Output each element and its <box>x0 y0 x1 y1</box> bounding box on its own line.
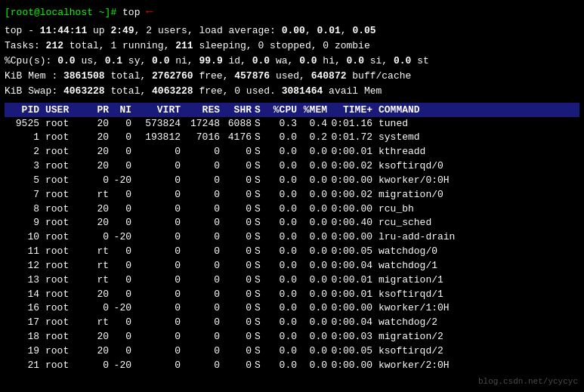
cell-virt: 0 <box>134 288 184 302</box>
cell-cmd: migration/1 <box>375 273 579 288</box>
cell-ni: -20 <box>112 174 134 188</box>
cell-pid: 21 <box>5 359 44 373</box>
cell-time: 0:00.01 <box>330 273 375 288</box>
cell-user: root <box>44 359 89 373</box>
cell-user: root <box>44 216 89 230</box>
cell-cpu: 0.0 <box>268 188 300 202</box>
cell-cmd: kthreadd <box>375 145 579 159</box>
cell-user: root <box>44 330 89 344</box>
cell-pr: 20 <box>89 145 112 159</box>
cell-ni: 0 <box>112 316 134 330</box>
cell-mem: 0.0 <box>300 245 330 259</box>
top-info-line: Tasks: 212 total, 1 running, 211 sleepin… <box>5 39 579 54</box>
cell-user: root <box>44 145 89 159</box>
col-s-header: S <box>255 104 268 116</box>
cell-res: 0 <box>184 188 223 202</box>
cell-cmd: ksoftirqd/0 <box>375 159 579 174</box>
cell-pr: 20 <box>89 216 112 230</box>
cell-virt: 0 <box>134 230 184 245</box>
cell-s: S <box>255 273 268 288</box>
cell-pid: 11 <box>5 245 44 259</box>
table-row: 10 root 0 -20 0 0 0 S 0.0 0.0 0:00.00 lr… <box>5 230 579 245</box>
cell-pid: 1 <box>5 131 44 145</box>
cell-ni: 0 <box>112 117 134 131</box>
cell-user: root <box>44 188 89 202</box>
cell-virt: 573824 <box>134 117 184 131</box>
cell-pid: 3 <box>5 159 44 174</box>
cell-shr: 0 <box>223 230 255 245</box>
cell-pid: 12 <box>5 259 44 273</box>
cell-mem: 0.0 <box>300 316 330 330</box>
cell-virt: 0 <box>134 174 184 188</box>
cell-pid: 8 <box>5 202 44 217</box>
table-row: 3 root 20 0 0 0 0 S 0.0 0.0 0:00.02 ksof… <box>5 159 579 174</box>
cell-virt: 0 <box>134 330 184 344</box>
table-row: 19 root 20 0 0 0 0 S 0.0 0.0 0:00.05 kso… <box>5 344 579 359</box>
cell-pr: 0 <box>89 359 112 373</box>
cell-s: S <box>255 159 268 174</box>
cell-time: 0:00.00 <box>330 202 375 217</box>
cell-user: root <box>44 117 89 131</box>
cell-ni: 0 <box>112 288 134 302</box>
cell-cmd: ksoftirqd/2 <box>375 344 579 359</box>
cell-mem: 0.0 <box>300 145 330 159</box>
cell-s: S <box>255 301 268 316</box>
cell-shr: 0 <box>223 330 255 344</box>
cell-pr: 20 <box>89 202 112 217</box>
cell-cmd: tuned <box>375 117 579 131</box>
cell-time: 0:00.00 <box>330 230 375 245</box>
cell-res: 0 <box>184 316 223 330</box>
cell-pr: 20 <box>89 117 112 131</box>
cell-res: 0 <box>184 288 223 302</box>
cell-pr: rt <box>89 259 112 273</box>
cell-cmd: rcu_sched <box>375 216 579 230</box>
cell-s: S <box>255 145 268 159</box>
cell-s: S <box>255 344 268 359</box>
cell-virt: 0 <box>134 188 184 202</box>
cell-user: root <box>44 344 89 359</box>
table-row: 14 root 20 0 0 0 0 S 0.0 0.0 0:00.01 kso… <box>5 288 579 302</box>
cell-user: root <box>44 259 89 273</box>
top-info-line: top - 11:44:11 up 2:49, 2 users, load av… <box>5 23 579 39</box>
cell-res: 0 <box>184 273 223 288</box>
cell-ni: 0 <box>112 245 134 259</box>
cell-s: S <box>255 330 268 344</box>
cell-shr: 0 <box>223 202 255 217</box>
cell-cpu: 0.0 <box>268 316 300 330</box>
cell-cpu: 0.0 <box>268 330 300 344</box>
cell-shr: 0 <box>223 359 255 373</box>
cell-res: 0 <box>184 145 223 159</box>
cell-virt: 0 <box>134 273 184 288</box>
cell-pid: 7 <box>5 188 44 202</box>
cell-res: 0 <box>184 359 223 373</box>
cell-ni: 0 <box>112 202 134 217</box>
col-virt-header: VIRT <box>134 104 184 116</box>
cell-pid: 16 <box>5 301 44 316</box>
cell-pr: 20 <box>89 159 112 174</box>
cell-cmd: watchdog/1 <box>375 259 579 273</box>
cell-user: root <box>44 159 89 174</box>
cell-res: 0 <box>184 202 223 217</box>
cell-cpu: 0.3 <box>268 117 300 131</box>
table-row: 9 root 20 0 0 0 0 S 0.0 0.0 0:00.40 rcu_… <box>5 216 579 230</box>
table-row: 13 root rt 0 0 0 0 S 0.0 0.0 0:00.01 mig… <box>5 273 579 288</box>
cell-pr: 0 <box>89 301 112 316</box>
cell-time: 0:00.03 <box>330 330 375 344</box>
cell-ni: 0 <box>112 131 134 145</box>
cell-pr: 0 <box>89 230 112 245</box>
cell-cmd: migration/2 <box>375 330 579 344</box>
cell-mem: 0.0 <box>300 174 330 188</box>
cell-res: 17248 <box>184 117 223 131</box>
cell-shr: 0 <box>223 344 255 359</box>
cell-s: S <box>255 216 268 230</box>
table-row: 9525 root 20 0 573824 17248 6088 S 0.3 0… <box>5 117 579 131</box>
cell-cpu: 0.0 <box>268 273 300 288</box>
cell-time: 0:00.02 <box>330 188 375 202</box>
cell-pr: rt <box>89 273 112 288</box>
table-row: 8 root 20 0 0 0 0 S 0.0 0.0 0:00.00 rcu_… <box>5 202 579 217</box>
cell-pr: 20 <box>89 131 112 145</box>
cell-shr: 0 <box>223 188 255 202</box>
cell-mem: 0.0 <box>300 359 330 373</box>
cell-mem: 0.0 <box>300 216 330 230</box>
cell-pr: 0 <box>89 174 112 188</box>
